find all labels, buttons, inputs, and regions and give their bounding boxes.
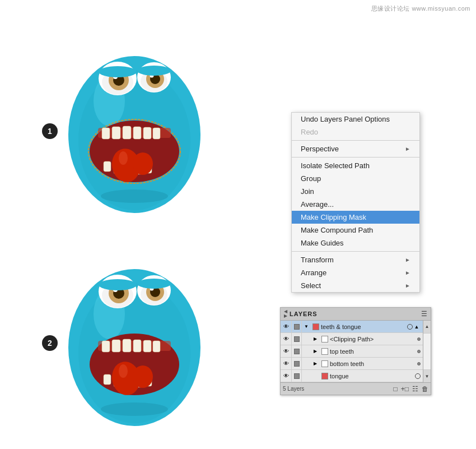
layers-panel-menu-icon[interactable]: ☰ <box>421 310 427 318</box>
menu-sep-2 <box>292 157 419 158</box>
watermark: 思缘设计论坛 www.missyuan.com <box>371 4 470 13</box>
layer-row-clipping[interactable]: 👁 ▶ <Clipping Path> <box>281 333 423 345</box>
menu-item-group[interactable]: Group <box>292 172 419 185</box>
svg-point-65 <box>101 402 168 416</box>
eye-icon-tongue[interactable]: 👁 <box>281 370 292 382</box>
perspective-arrow: ► <box>405 146 410 152</box>
layers-panel: ◀ ▶ LAYERS ☰ 👁 ▼ teeth & to <box>280 307 431 395</box>
eye-icon-clipping[interactable]: 👁 <box>281 333 292 345</box>
monster1 <box>56 22 213 213</box>
lock-col-clipping <box>292 333 302 345</box>
layer-name-top-teeth: top teeth <box>330 348 415 355</box>
merge-icon[interactable]: ☷ <box>412 385 418 393</box>
dot-clipping <box>417 337 421 341</box>
svg-rect-55 <box>143 340 151 352</box>
circle-tongue <box>415 373 421 379</box>
svg-rect-24 <box>104 161 111 172</box>
layer-name-teeth-tongue: teeth & tongue <box>321 323 405 330</box>
svg-rect-56 <box>153 341 160 352</box>
layers-panel-header: ◀ ▶ LAYERS ☰ <box>281 308 431 321</box>
svg-rect-18 <box>102 128 110 139</box>
menu-item-guides[interactable]: Make Guides <box>292 237 419 249</box>
layers-title: LAYERS <box>290 311 318 317</box>
svg-point-32 <box>101 189 168 203</box>
layer-row-top-teeth[interactable]: 👁 ▶ top teeth <box>281 345 423 358</box>
svg-point-13 <box>99 66 137 77</box>
menu-item-redo: Redo <box>292 126 419 138</box>
svg-rect-51 <box>102 341 110 352</box>
dot-bottom-teeth <box>417 362 421 365</box>
svg-rect-57 <box>104 374 111 385</box>
expand-bottom-teeth[interactable]: ▶ <box>311 361 320 366</box>
svg-point-46 <box>99 279 137 290</box>
swatch-top-teeth <box>321 348 328 355</box>
svg-rect-20 <box>123 126 131 139</box>
menu-item-select[interactable]: Select ► <box>292 279 419 292</box>
dot-top-teeth <box>417 350 421 353</box>
new-layer-icon[interactable]: □ <box>393 385 397 393</box>
svg-point-64 <box>119 364 128 378</box>
menu-item-undo[interactable]: Undo Layers Panel Options <box>292 113 419 126</box>
layer-name-clipping: <Clipping Path> <box>330 336 415 342</box>
lock-col-bottom-teeth <box>292 358 302 370</box>
add-layer-icon[interactable]: +□ <box>401 385 409 393</box>
menu-item-isolate[interactable]: Isolate Selected Path <box>292 159 419 172</box>
menu-item-clipping[interactable]: Make Clipping Mask <box>292 211 419 224</box>
panel-collapse-arrows[interactable]: ◀ ▶ <box>284 309 287 318</box>
svg-point-63 <box>133 365 153 388</box>
layer-name-tongue: tongue <box>330 373 413 379</box>
layer-row-bottom-teeth[interactable]: 👁 ▶ bottom teeth <box>281 358 423 370</box>
swatch-tongue <box>321 373 328 379</box>
svg-point-31 <box>119 151 128 165</box>
svg-rect-53 <box>123 339 131 352</box>
menu-item-arrange[interactable]: Arrange ► <box>292 266 419 279</box>
monster2 <box>56 235 213 426</box>
layers-header-left: ◀ ▶ LAYERS <box>284 309 318 318</box>
svg-point-14 <box>137 66 171 76</box>
layer-row-teeth-tongue[interactable]: 👁 ▼ teeth & tongue ▲ <box>281 321 423 333</box>
expand-clipping[interactable]: ▶ <box>311 336 320 341</box>
swatch-clipping <box>321 336 328 342</box>
step-badge-2: 2 <box>42 335 58 351</box>
transform-arrow: ► <box>405 257 410 263</box>
svg-point-47 <box>137 279 171 289</box>
svg-rect-22 <box>143 127 151 139</box>
lock-col-teeth-tongue <box>292 321 302 333</box>
menu-sep-1 <box>292 140 419 141</box>
menu-item-perspective[interactable]: Perspective ► <box>292 142 419 155</box>
layers-scrollbar[interactable]: ▲ ▼ <box>423 321 431 382</box>
lock-col-tongue <box>292 370 302 382</box>
swatch-bottom-teeth <box>321 360 328 367</box>
layers-footer: 5 Layers □ +□ ☷ 🗑 <box>281 382 431 395</box>
delete-layer-icon[interactable]: 🗑 <box>422 385 428 393</box>
layer-name-bottom-teeth: bottom teeth <box>330 360 415 367</box>
canvas-area: 思缘设计论坛 www.missyuan.com 1 2 <box>0 0 476 449</box>
svg-rect-54 <box>133 340 141 352</box>
menu-item-transform[interactable]: Transform ► <box>292 253 419 266</box>
layer-row-tongue[interactable]: 👁 tongue <box>281 370 423 382</box>
expand-top-teeth[interactable]: ▶ <box>311 349 320 354</box>
layers-count: 5 Layers <box>283 386 393 392</box>
step-badge-1: 1 <box>42 123 58 139</box>
footer-icons: □ +□ ☷ 🗑 <box>393 385 428 393</box>
menu-sep-3 <box>292 251 419 252</box>
circle-teeth-tongue <box>407 324 413 330</box>
svg-point-30 <box>133 152 153 175</box>
eye-icon-top-teeth[interactable]: 👁 <box>281 345 292 358</box>
svg-rect-19 <box>112 127 120 139</box>
svg-rect-21 <box>133 127 141 139</box>
eye-icon-teeth-tongue[interactable]: 👁 <box>281 321 292 333</box>
menu-item-compound[interactable]: Make Compound Path <box>292 224 419 237</box>
eye-icon-bottom-teeth[interactable]: 👁 <box>281 358 292 370</box>
menu-item-join[interactable]: Join <box>292 185 419 198</box>
select-arrow: ► <box>405 283 410 289</box>
expand-teeth-tongue[interactable]: ▼ <box>302 324 311 329</box>
svg-rect-23 <box>153 128 160 139</box>
menu-item-average[interactable]: Average... <box>292 198 419 211</box>
scroll-down[interactable]: ▼ <box>423 370 431 382</box>
scroll-up[interactable]: ▲ <box>423 321 431 333</box>
swatch-teeth-tongue <box>312 323 319 330</box>
up-arrow-teeth-tongue[interactable]: ▲ <box>413 324 421 330</box>
lock-col-top-teeth <box>292 345 302 358</box>
context-menu: Undo Layers Panel Options Redo Perspecti… <box>291 112 420 293</box>
